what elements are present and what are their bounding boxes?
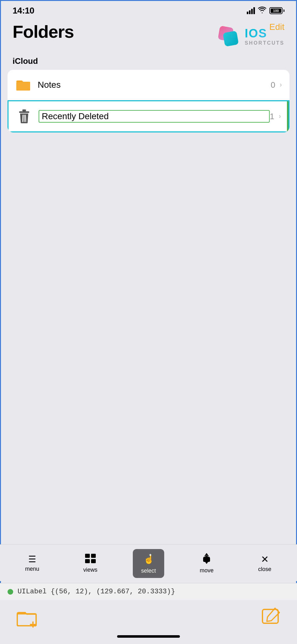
header: Folders IOS SHORTCUTS (0, 22, 297, 49)
svg-text:✦: ✦ (148, 553, 152, 558)
toolbar-select-item[interactable]: ☝ ✦ select (133, 549, 164, 578)
toolbar-views-item[interactable]: views (75, 550, 106, 577)
views-icon (85, 554, 96, 565)
menu-label: menu (25, 566, 39, 572)
battery-level: 100 (273, 9, 279, 13)
ios-shortcuts-logo-icon (216, 24, 241, 49)
recently-deleted-trash-icon (16, 108, 32, 125)
new-folder-icon (16, 606, 38, 628)
recently-deleted-folder-item[interactable]: Recently Deleted 1 › (8, 100, 289, 132)
status-icons: 100 (247, 7, 284, 15)
edit-button[interactable]: Edit (269, 22, 284, 32)
icloud-section-label: iCloud (0, 49, 297, 70)
icloud-section: iCloud Notes 0 › (0, 49, 297, 132)
signal-bars-icon (247, 7, 255, 14)
toolbar-menu-item[interactable]: ☰ menu (17, 551, 48, 576)
svg-rect-8 (91, 554, 96, 558)
toolbar-close-item[interactable]: ✕ close (249, 551, 280, 576)
svg-line-6 (25, 115, 26, 122)
battery-icon: 100 (269, 7, 284, 14)
move-label: move (200, 567, 213, 574)
home-indicator (117, 635, 180, 638)
new-folder-button[interactable] (16, 606, 38, 629)
recently-deleted-chevron-icon: › (279, 112, 281, 120)
status-time: 14:10 (13, 6, 34, 16)
folders-list: Notes 0 › Recently Delet (8, 70, 289, 132)
svg-rect-1 (223, 31, 239, 47)
select-label: select (141, 568, 156, 574)
notes-item-name: Notes (38, 80, 271, 90)
notes-folder-icon (15, 77, 31, 93)
notes-folder-item[interactable]: Notes 0 › (8, 70, 289, 100)
wifi-icon (258, 7, 266, 15)
recently-deleted-item-count: 1 (270, 112, 274, 121)
toolbar-move-item[interactable]: move (191, 549, 222, 578)
logo-shortcuts-label: SHORTCUTS (245, 40, 284, 46)
select-icon: ☝ ✦ (143, 553, 154, 566)
page-title: Folders (13, 22, 74, 42)
compose-icon (261, 606, 281, 626)
debug-bar: UILabel {(56, 12), (129.667, 20.3333)} (0, 583, 297, 600)
bottom-bar (0, 600, 297, 644)
debug-status-dot (8, 589, 13, 595)
move-icon (202, 553, 211, 565)
debug-text: UILabel {(56, 12), (129.667, 20.3333)} (18, 588, 175, 596)
recently-deleted-item-name: Recently Deleted (39, 110, 270, 123)
close-label: close (258, 566, 271, 573)
svg-rect-2 (22, 109, 26, 111)
status-bar: 14:10 100 (0, 0, 297, 19)
notes-item-count: 0 (271, 80, 275, 90)
svg-line-4 (23, 115, 23, 122)
close-icon: ✕ (261, 555, 269, 564)
menu-icon: ☰ (28, 555, 36, 564)
compose-button[interactable] (261, 606, 281, 627)
notes-chevron-icon: › (280, 81, 282, 89)
views-label: views (83, 567, 97, 573)
svg-rect-9 (85, 559, 90, 563)
svg-rect-10 (91, 559, 96, 563)
toolbar: ☰ menu views ☝ ✦ select (0, 544, 297, 581)
svg-rect-3 (19, 111, 29, 113)
svg-rect-7 (85, 554, 90, 558)
